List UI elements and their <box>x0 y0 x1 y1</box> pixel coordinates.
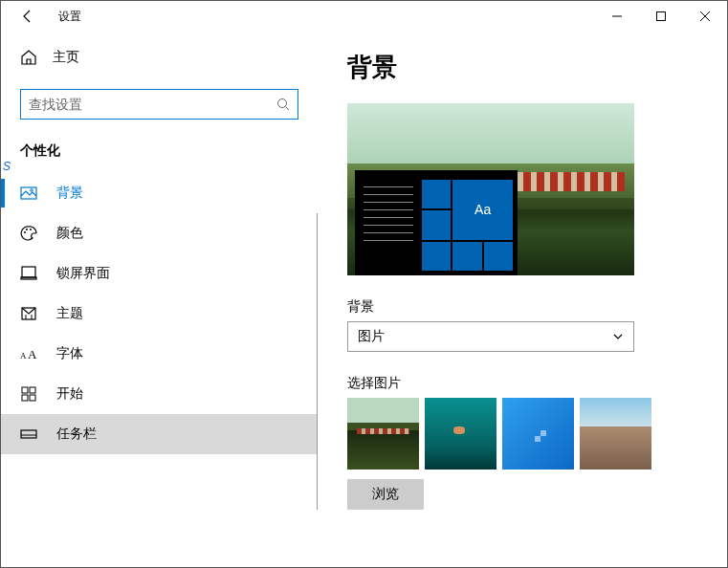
lockscreen-icon <box>20 265 37 282</box>
nav-fonts[interactable]: AA 字体 <box>1 334 318 374</box>
nav-taskbar[interactable]: 任务栏 <box>1 414 318 454</box>
svg-rect-20 <box>21 430 36 438</box>
preview-start-list <box>360 180 417 271</box>
dropdown-value: 图片 <box>358 328 385 345</box>
svg-rect-12 <box>21 277 36 279</box>
scrollbar-track[interactable] <box>317 213 318 510</box>
search-icon <box>276 98 290 111</box>
svg-rect-17 <box>30 387 35 393</box>
background-label: 背景 <box>347 298 698 316</box>
svg-point-4 <box>278 99 287 108</box>
home-label: 主页 <box>53 49 79 66</box>
nav-label: 主题 <box>56 305 83 322</box>
svg-point-10 <box>30 229 32 230</box>
picture-icon <box>20 185 37 202</box>
minimize-button[interactable] <box>595 1 639 32</box>
nav-colors[interactable]: 颜色 <box>1 213 318 253</box>
page-title: 背景 <box>347 51 698 84</box>
theme-icon <box>20 305 37 322</box>
svg-rect-16 <box>22 387 28 393</box>
svg-rect-18 <box>22 395 28 401</box>
nav-background[interactable]: 背景 <box>1 173 318 213</box>
maximize-button[interactable] <box>639 1 683 32</box>
nav-label: 颜色 <box>56 225 83 242</box>
svg-rect-11 <box>22 267 35 277</box>
browse-button[interactable]: 浏览 <box>347 479 424 510</box>
sidebar: 主页 S 个性化 背景 颜色 锁屏界面 主题 <box>1 32 319 567</box>
home-icon <box>20 49 37 66</box>
nav-label: 开始 <box>56 385 83 403</box>
palette-icon <box>20 225 37 242</box>
search-box[interactable] <box>20 89 298 120</box>
settings-window: 设置 主页 S 个性化 <box>0 0 728 568</box>
svg-rect-1 <box>657 12 666 21</box>
arrow-left-icon <box>20 9 35 24</box>
preview-tile-aa: Aa <box>452 180 513 240</box>
nav-label: 背景 <box>56 185 83 202</box>
maximize-icon <box>656 11 666 21</box>
nav-start[interactable]: 开始 <box>1 374 318 414</box>
thumb-4[interactable] <box>580 398 651 470</box>
preview-tiles: Aa <box>422 180 513 271</box>
background-type-dropdown[interactable]: 图片 <box>347 321 634 352</box>
svg-text:A: A <box>28 347 37 361</box>
nav-lockscreen[interactable]: 锁屏界面 <box>1 253 318 294</box>
section-header: 个性化 <box>1 137 318 173</box>
nav-label: 任务栏 <box>56 426 97 443</box>
thumb-1[interactable] <box>347 398 419 470</box>
thumb-3[interactable] <box>502 398 574 470</box>
preview-sky <box>347 103 634 172</box>
stray-letter: S <box>3 160 11 173</box>
window-title: 设置 <box>58 9 81 25</box>
desktop-preview: Aa <box>347 103 634 275</box>
titlebar: 设置 <box>1 1 727 32</box>
start-icon <box>20 385 37 403</box>
svg-text:A: A <box>20 351 27 360</box>
close-button[interactable] <box>683 1 727 32</box>
thumb-2[interactable] <box>425 398 496 470</box>
taskbar-icon <box>20 426 37 443</box>
svg-point-8 <box>24 231 26 233</box>
window-controls <box>595 1 727 32</box>
nav-label: 字体 <box>56 345 83 362</box>
picture-thumbnails <box>347 398 698 470</box>
back-button[interactable] <box>16 5 39 28</box>
svg-rect-19 <box>30 395 35 401</box>
home-nav[interactable]: 主页 <box>1 39 318 76</box>
search-input[interactable] <box>29 97 276 112</box>
nav-themes[interactable]: 主题 <box>1 294 318 334</box>
minimize-icon <box>612 11 622 21</box>
close-icon <box>700 11 710 21</box>
svg-line-5 <box>286 107 290 111</box>
svg-point-9 <box>26 229 28 230</box>
choose-picture-label: 选择图片 <box>347 375 698 392</box>
nav-label: 锁屏界面 <box>56 265 110 282</box>
preview-houses <box>510 172 625 191</box>
body: 主页 S 个性化 背景 颜色 锁屏界面 主题 <box>1 32 727 567</box>
main-content: 背景 Aa 背景 <box>319 32 727 567</box>
svg-point-7 <box>31 189 33 192</box>
font-icon: AA <box>20 345 37 362</box>
preview-startmenu-overlay: Aa <box>355 170 518 275</box>
chevron-down-icon <box>612 331 624 342</box>
